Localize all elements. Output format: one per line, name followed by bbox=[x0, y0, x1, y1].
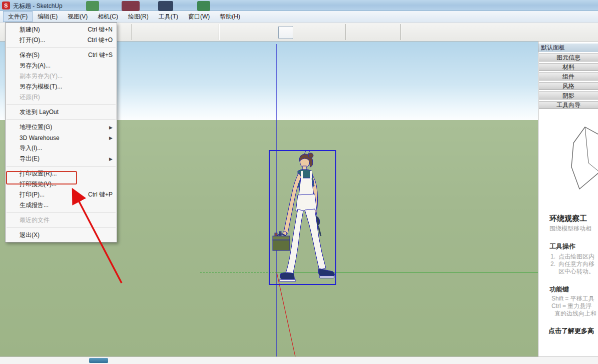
instructor-title: 环绕观察工 bbox=[549, 214, 587, 224]
menu-separator bbox=[7, 212, 116, 213]
menu-item-exit[interactable]: 退出(X) bbox=[6, 230, 117, 240]
default-tray-panel: 默认面板 图元信息 材料 组件 风格 阴影 工具向导 环绕观察工 围绕模型移动相… bbox=[538, 42, 598, 356]
menu-separator bbox=[7, 48, 116, 48]
menu-item-generate-report[interactable]: 生成报告... bbox=[6, 200, 117, 210]
menu-item-print[interactable]: 打印(P)...Ctrl 键+P bbox=[6, 190, 117, 200]
menu-item-save-copy-as[interactable]: 副本另存为(Y)... bbox=[6, 71, 117, 82]
step-text: 向任意方向移 bbox=[558, 260, 594, 268]
status-widget bbox=[89, 358, 108, 363]
menu-item-save-as[interactable]: 另存为(A)... bbox=[6, 60, 117, 71]
desktop-icon-blob bbox=[122, 1, 140, 11]
step-text: 点击绘图区内 bbox=[558, 253, 594, 260]
submenu-arrow-icon: ▶ bbox=[109, 156, 113, 162]
shortcut: Ctrl 键+N bbox=[88, 26, 113, 34]
file-dropdown-menu: 新建(N)Ctrl 键+N 打开(O)...Ctrl 键+O 保存(S)Ctrl… bbox=[5, 22, 117, 242]
menu-separator bbox=[7, 228, 116, 228]
step-text: 区中心转动。 bbox=[558, 268, 594, 275]
shortcut: Ctrl 键+S bbox=[88, 51, 113, 60]
menu-help[interactable]: 帮助(H) bbox=[215, 11, 245, 22]
desktop-icon-blob bbox=[158, 1, 173, 11]
menu-camera[interactable]: 相机(C) bbox=[93, 11, 123, 22]
panel-header: 默认面板 bbox=[538, 44, 598, 52]
shortcut: Ctrl 键+O bbox=[88, 36, 113, 44]
toolbar-separator bbox=[400, 24, 401, 40]
annotation-highlight-box bbox=[6, 171, 77, 184]
tray-entity-info[interactable]: 图元信息 bbox=[539, 54, 598, 62]
step-number: 1. bbox=[550, 253, 558, 260]
status-bar bbox=[0, 356, 598, 364]
tray-components[interactable]: 组件 bbox=[539, 72, 598, 80]
tray-materials[interactable]: 材料 bbox=[539, 63, 598, 71]
desktop-icon-blob bbox=[197, 1, 210, 11]
desktop-icon-blob bbox=[86, 1, 99, 11]
instructor-step: 区中心转动。 bbox=[558, 268, 594, 276]
menu-edit[interactable]: 编辑(E) bbox=[33, 11, 63, 22]
menu-item-export[interactable]: 导出(E)▶ bbox=[6, 154, 117, 164]
menu-file[interactable]: 文件(F) bbox=[3, 11, 33, 22]
step-number: 2. bbox=[550, 260, 558, 268]
submenu-arrow-icon: ▶ bbox=[109, 136, 113, 140]
toolbar-separator bbox=[345, 24, 346, 40]
instructor-section-keys: 功能键 bbox=[549, 285, 569, 294]
menu-view[interactable]: 视图(V) bbox=[63, 11, 93, 22]
instructor-section-operations: 工具操作 bbox=[549, 242, 575, 251]
submenu-arrow-icon: ▶ bbox=[109, 125, 113, 130]
menu-item-import[interactable]: 导入(I)... bbox=[6, 143, 117, 154]
learn-more-link[interactable]: 点击了解更多高 bbox=[548, 326, 594, 336]
menu-item-3d-warehouse[interactable]: 3D Warehouse▶ bbox=[6, 132, 117, 143]
menu-item-new[interactable]: 新建(N)Ctrl 键+N bbox=[6, 24, 117, 35]
menu-item-save-as-template[interactable]: 另存为模板(T)... bbox=[6, 82, 117, 92]
menu-item-send-to-layout[interactable]: 发送到 LayOut bbox=[6, 107, 117, 118]
menu-item-open[interactable]: 打开(O)...Ctrl 键+O bbox=[6, 35, 117, 46]
window-title: 无标题 - SketchUp bbox=[13, 2, 63, 10]
menu-item-save[interactable]: 保存(S)Ctrl 键+S bbox=[6, 50, 117, 60]
tray-styles[interactable]: 风格 bbox=[539, 82, 598, 90]
tray-shadows[interactable]: 阴影 bbox=[539, 92, 598, 100]
tray-instructor[interactable]: 工具向导 bbox=[539, 101, 598, 109]
sketchup-app-icon: S bbox=[2, 2, 10, 10]
menu-bar: 文件(F) 编辑(E) 视图(V) 相机(C) 绘图(R) 工具(T) 窗口(W… bbox=[0, 11, 598, 22]
menu-separator bbox=[7, 104, 116, 105]
menu-draw[interactable]: 绘图(R) bbox=[123, 11, 154, 22]
menu-item-geo-location[interactable]: 地理位置(G)▶ bbox=[6, 122, 117, 132]
title-bar: S 无标题 - SketchUp bbox=[0, 0, 598, 11]
menu-window[interactable]: 窗口(W) bbox=[183, 11, 215, 22]
menu-separator bbox=[7, 166, 116, 166]
menu-tools[interactable]: 工具(T) bbox=[154, 11, 183, 22]
toolbar-separator bbox=[131, 24, 132, 40]
shortcut: Ctrl 键+P bbox=[88, 190, 113, 199]
instructor-key: 直的边线向上和 bbox=[554, 310, 596, 318]
menu-separator bbox=[7, 120, 116, 120]
menu-item-revert[interactable]: 还原(R) bbox=[6, 92, 117, 102]
instructor-subtitle: 围绕模型移动相 bbox=[549, 224, 591, 233]
orbit-tool-sketch bbox=[568, 124, 598, 192]
toolbar-separator bbox=[219, 24, 219, 40]
menu-item-recent-files[interactable]: 最近的文件 bbox=[6, 215, 117, 226]
active-tool-button[interactable] bbox=[278, 26, 293, 39]
person-component-figure[interactable] bbox=[269, 150, 336, 285]
